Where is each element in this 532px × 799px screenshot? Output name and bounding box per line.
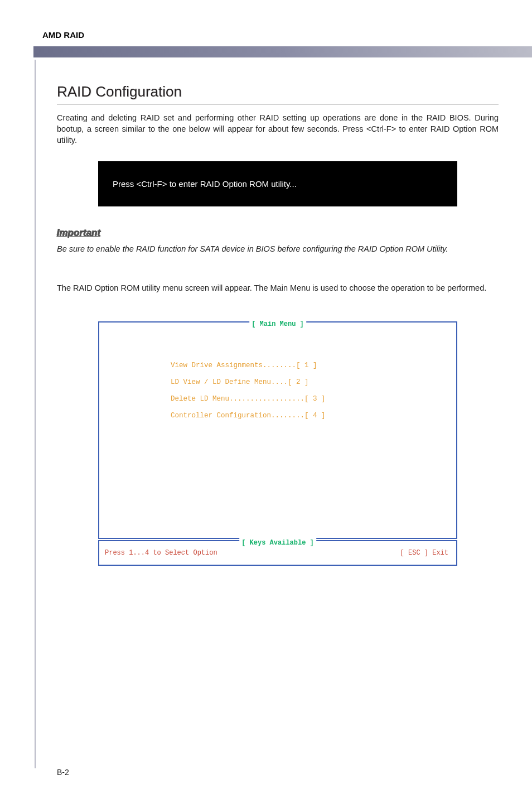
bios-menu-item-4[interactable]: Controller Configuration........[ 4 ]: [171, 407, 456, 424]
ctrl-f-prompt-text: Press <Ctrl-F> to enter RAID Option ROM …: [113, 179, 297, 189]
bios-keys-title-wrap: [ Keys Available ]: [239, 537, 316, 547]
content-area: RAID Configuration Creating and deleting…: [35, 60, 499, 768]
page-container: AMD RAID RAID Configuration Creating and…: [0, 0, 532, 799]
bios-keys-left: Press 1...4 to Select Option: [105, 549, 217, 557]
bios-keys-title: [ Keys Available ]: [241, 539, 314, 547]
important-text: Be sure to enable the RAID function for …: [57, 243, 499, 254]
body-text-2: The RAID Option ROM utility menu screen …: [57, 282, 499, 293]
intro-text: Creating and deleting RAID set and perfo…: [57, 112, 499, 146]
page-number: B-2: [57, 768, 69, 777]
bios-screenshot: [ Main Menu ] View Drive Assignments....…: [98, 321, 457, 566]
bios-menu-item-2[interactable]: LD View / LD Define Menu....[ 2 ]: [171, 374, 456, 391]
bios-main-menu-box: [ Main Menu ] View Drive Assignments....…: [98, 321, 457, 539]
bios-keys-right: [ ESC ] Exit: [400, 549, 448, 557]
bios-menu-item-1[interactable]: View Drive Assignments........[ 1 ]: [171, 357, 456, 374]
header-section: AMD RAID: [41, 30, 499, 57]
bios-menu-items: View Drive Assignments........[ 1 ] LD V…: [99, 323, 456, 424]
bios-keys-box: [ Keys Available ] Press 1...4 to Select…: [98, 540, 457, 566]
bios-menu-item-3[interactable]: Delete LD Menu..................[ 3 ]: [171, 391, 456, 407]
bios-main-title-wrap: [ Main Menu ]: [249, 318, 306, 328]
ctrl-f-prompt-box: Press <Ctrl-F> to enter RAID Option ROM …: [98, 161, 457, 206]
header-title: AMD RAID: [41, 30, 499, 46]
important-label: Important: [57, 228, 499, 239]
header-bar: [33, 46, 532, 57]
section-title: RAID Configuration: [57, 83, 499, 104]
bios-main-title: [ Main Menu ]: [252, 320, 304, 328]
